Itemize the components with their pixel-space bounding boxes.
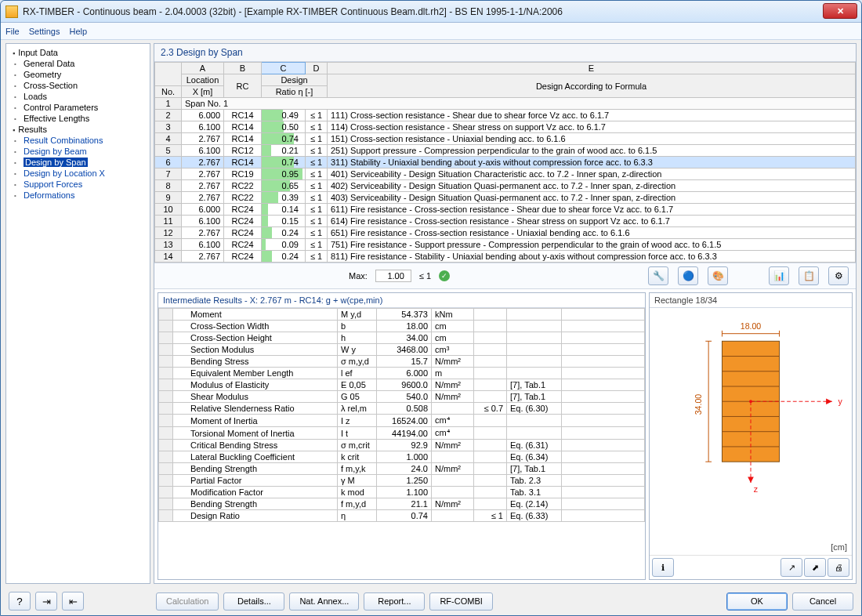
inter-row: Modification Factork mod1.100Tab. 3.1	[159, 487, 645, 498]
table-row[interactable]: 106.000RC240.14≤ 1611) Fire resistance -…	[155, 204, 856, 216]
tree-item[interactable]: Control Parameters	[6, 102, 150, 113]
design-table[interactable]: AB CD E Location RC Design Design Accord…	[154, 62, 856, 263]
menu-settings[interactable]: Settings	[29, 27, 60, 36]
diagram-title: Rectangle 18/34	[650, 293, 852, 308]
tree-item[interactable]: Design by Location X	[6, 168, 150, 179]
menu-file[interactable]: File	[5, 27, 20, 36]
intermediate-header: Intermediate Results - X: 2.767 m - RC14…	[158, 293, 645, 308]
ok-button[interactable]: OK	[726, 592, 788, 611]
tree-item[interactable]: Geometry	[6, 69, 150, 80]
inter-row: Bending Strengthf m,y,k24.0N/mm²[7], Tab…	[159, 463, 645, 475]
cancel-button[interactable]: Cancel	[792, 592, 853, 611]
inter-row: Section ModulusW y3468.00cm³	[159, 344, 645, 356]
inter-row: Lateral Buckling Coefficientk crit1.000E…	[159, 451, 645, 463]
filter-icon[interactable]: 🔧	[648, 266, 668, 285]
table-row[interactable]: 142.767RC240.24≤ 1811) Fire resistance -…	[155, 251, 856, 263]
view2-icon[interactable]: 📋	[799, 266, 819, 285]
svg-text:34.00: 34.00	[694, 394, 703, 415]
table-row[interactable]: 56.100RC120.21≤ 1251) Support pressure -…	[155, 145, 856, 157]
axis2-icon[interactable]: ⬈	[804, 558, 826, 577]
max-value: 1.00	[375, 270, 411, 282]
inter-row: Bending Strengthf m,y,d21.1N/mm²Eq. (2.1…	[159, 498, 645, 510]
stress-icon[interactable]: 🔵	[678, 266, 698, 285]
table-row[interactable]: 36.100RC140.50≤ 1114) Cross-section resi…	[155, 121, 856, 133]
svg-point-22	[749, 400, 752, 403]
table-row[interactable]: 82.767RC220.65≤ 1402) Serviceability - D…	[155, 180, 856, 192]
import-icon[interactable]: ⇥	[35, 592, 57, 611]
close-icon[interactable]: ✕	[823, 3, 857, 19]
max-label: Max:	[349, 271, 368, 281]
rf-combi-button[interactable]: RF-COMBI	[429, 592, 492, 611]
check-icon: ✓	[439, 270, 450, 281]
inter-row: Equivalent Member Lengthl ef6.000m	[159, 368, 645, 379]
print-icon[interactable]: 🖨	[828, 558, 849, 577]
axis1-icon[interactable]: ↗	[781, 558, 802, 577]
section-title: 2.3 Design by Span	[154, 44, 856, 62]
report-button[interactable]: Report...	[364, 592, 425, 611]
inter-row: Partial Factorγ M1.250Tab. 2.3	[159, 475, 645, 487]
details-button[interactable]: Details...	[223, 592, 284, 611]
svg-marker-17	[826, 398, 832, 404]
menubar: File Settings Help	[1, 23, 861, 40]
tree-item[interactable]: General Data	[6, 58, 150, 69]
app-icon	[5, 5, 18, 18]
help-button[interactable]: ?	[9, 592, 31, 611]
inter-row: Design Ratioη0.74≤ 1Eq. (6.33)	[159, 510, 645, 522]
window-title: RX-TIMBER - Continuous beam - 2.04.0003 …	[23, 6, 563, 17]
svg-text:z: z	[754, 484, 758, 494]
paint-icon[interactable]: 🎨	[708, 266, 728, 285]
calculation-button[interactable]: Calculation	[156, 592, 219, 611]
sidebar: Input DataGeneral DataGeometryCross-Sect…	[5, 43, 150, 584]
view1-icon[interactable]: 📊	[769, 266, 789, 285]
inter-row: Moment of InertiaI z16524.00cm⁴	[159, 415, 645, 427]
tree-root[interactable]: Input Data	[6, 47, 150, 58]
menu-help[interactable]: Help	[69, 27, 87, 36]
svg-marker-20	[748, 476, 754, 483]
tree-item[interactable]: Loads	[6, 91, 150, 102]
tree-root[interactable]: Results	[6, 124, 150, 135]
tree-item[interactable]: Design by Span	[6, 157, 150, 168]
info-icon[interactable]: ℹ	[652, 558, 674, 577]
inter-row: Modulus of ElasticityE 0,059600.0N/mm²[7…	[159, 379, 645, 391]
cross-section-diagram: 18.00	[650, 308, 852, 555]
nat-annex-button[interactable]: Nat. Annex...	[289, 592, 359, 611]
intermediate-table: MomentM y,d54.373kNmCross-Section Widthb…	[158, 308, 645, 522]
tree-item[interactable]: Cross-Section	[6, 80, 150, 91]
inter-row: Critical Bending Stressσ m,crit92.9N/mm²…	[159, 440, 645, 451]
table-row[interactable]: 42.767RC140.74≤ 1151) Cross-section resi…	[155, 133, 856, 145]
inter-row: Torsional Moment of InertiaI t44194.00cm…	[159, 427, 645, 440]
table-row[interactable]: 26.000RC140.49≤ 1111) Cross-section resi…	[155, 110, 856, 121]
table-row[interactable]: 116.100RC240.15≤ 1614) Fire resistance -…	[155, 216, 856, 227]
view3-icon[interactable]: ⚙	[828, 266, 849, 285]
max-limit: ≤ 1	[419, 271, 431, 281]
inter-row: Bending Stressσ m,y,d15.7N/mm²	[159, 356, 645, 368]
table-row[interactable]: 72.767RC190.95≤ 1401) Serviceability - D…	[155, 168, 856, 180]
table-row[interactable]: 136.100RC240.09≤ 1751) Fire resistance -…	[155, 239, 856, 251]
inter-row: Shear ModulusG 05540.0N/mm²[7], Tab.1	[159, 391, 645, 403]
table-row[interactable]: 92.767RC220.39≤ 1403) Serviceability - D…	[155, 192, 856, 204]
table-row[interactable]: 122.767RC240.24≤ 1651) Fire resistance -…	[155, 227, 856, 239]
tree-item[interactable]: Effective Lengths	[6, 113, 150, 124]
inter-row: Cross-Section Heighth34.00cm	[159, 332, 645, 344]
tree-item[interactable]: Design by Beam	[6, 146, 150, 157]
tree-item[interactable]: Result Combinations	[6, 135, 150, 146]
svg-text:18.00: 18.00	[741, 321, 762, 331]
export-icon[interactable]: ⇤	[62, 592, 84, 611]
unit-label: [cm]	[831, 542, 847, 552]
tree-item[interactable]: Deformations	[6, 190, 150, 201]
inter-row: MomentM y,d54.373kNm	[159, 309, 645, 321]
inter-row: Cross-Section Widthb18.00cm	[159, 321, 645, 332]
svg-text:y: y	[838, 397, 843, 406]
inter-row: Relative Slenderness Ratioλ rel,m0.508≤ …	[159, 403, 645, 415]
tree-item[interactable]: Support Forces	[6, 179, 150, 190]
table-row[interactable]: 62.767RC140.74≤ 1311) Stability - Uniaxi…	[155, 157, 856, 168]
titlebar: RX-TIMBER - Continuous beam - 2.04.0003 …	[1, 1, 861, 23]
